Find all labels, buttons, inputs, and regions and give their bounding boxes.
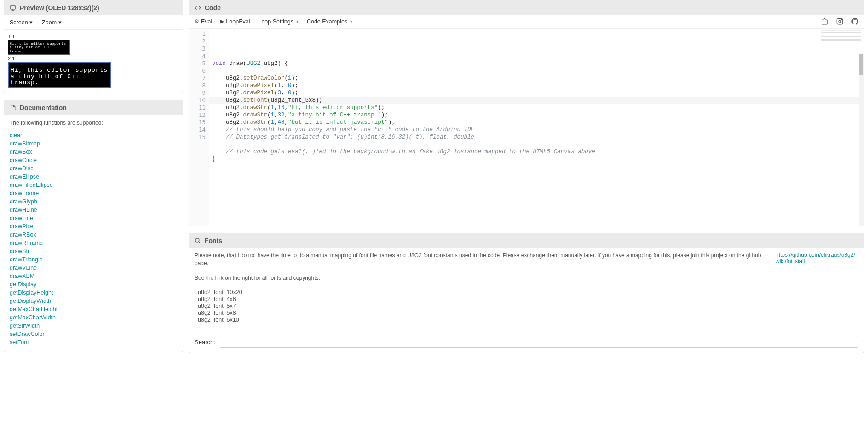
doc-link-drawVLine[interactable]: drawVLine xyxy=(10,265,37,271)
doc-link-setDrawColor[interactable]: setDrawColor xyxy=(10,331,45,337)
code-toolbar: ⚙ Eval ▶ LoopEval Loop Settings ▾ Code E… xyxy=(189,15,864,28)
font-option[interactable]: u8g2_font_5x7 xyxy=(198,303,855,310)
chevron-down-icon: ▾ xyxy=(296,19,299,24)
code-line: u8g2.setFont(u8g2_font_5x8);​ xyxy=(209,97,864,104)
code-header: Code xyxy=(189,0,864,15)
doc-link-clear[interactable]: clear xyxy=(10,132,22,139)
documentation-list: cleardrawBitmapdrawBoxdrawCircledrawDisc… xyxy=(4,129,183,352)
font-option[interactable]: u8g2_font_10x20 xyxy=(198,289,855,296)
doc-link-drawFilledEllipse[interactable]: drawFilledEllipse xyxy=(10,182,53,188)
font-option[interactable]: u8g2_font_5x8 xyxy=(198,310,855,317)
doc-link-getStrWidth[interactable]: getStrWidth xyxy=(10,323,40,329)
font-search-input[interactable] xyxy=(220,336,858,348)
doc-link-drawXBM[interactable]: drawXBM xyxy=(10,273,34,279)
code-area[interactable]: void draw(U8G2 u8g2) { u8g2.setDrawColor… xyxy=(209,29,864,226)
doc-link-getMaxCharHeight[interactable]: getMaxCharHeight xyxy=(10,306,57,312)
oled-preview-1x: Hi, this editor supports a tiny bit of C… xyxy=(8,40,70,55)
documentation-note: The following functions are supported: xyxy=(4,115,183,129)
doc-link-drawTriangle[interactable]: drawTriangle xyxy=(10,256,43,263)
code-line xyxy=(212,52,861,60)
scale-1-label: 1:1 xyxy=(8,34,179,39)
home-icon[interactable] xyxy=(821,18,828,25)
code-line: void draw(U8G2 u8g2) { xyxy=(212,60,861,67)
font-option[interactable]: u8g2_font_6x10 xyxy=(198,317,855,324)
doc-link-setFont[interactable]: setFont xyxy=(10,339,29,346)
svg-point-4 xyxy=(839,20,841,23)
chevron-down-icon: ▾ xyxy=(58,19,62,26)
code-line: // this should help you copy and paste t… xyxy=(212,126,861,133)
doc-link-getDisplay[interactable]: getDisplay xyxy=(10,281,36,288)
loop-settings-dropdown[interactable]: Loop Settings ▾ xyxy=(258,18,298,25)
doc-link-drawHLine[interactable]: drawHLine xyxy=(10,207,37,213)
chevron-down-icon: ▾ xyxy=(29,19,33,26)
scale-2-label: 2:1 xyxy=(8,56,179,61)
search-label: Search: xyxy=(195,339,215,346)
code-title: Code xyxy=(205,4,221,12)
code-line: // Datatypes get translated to "var": (u… xyxy=(212,133,861,141)
gears-icon: ⚙ xyxy=(195,18,199,24)
code-line: u8g2.drawStr(1,48,"but it is infact java… xyxy=(212,119,861,126)
doc-link-drawCircle[interactable]: drawCircle xyxy=(10,157,37,163)
doc-link-drawBox[interactable]: drawBox xyxy=(10,149,32,155)
doc-link-drawPixel[interactable]: drawPixel xyxy=(10,223,34,230)
doc-link-drawDisc[interactable]: drawDisc xyxy=(10,165,33,172)
fonts-title: Fonts xyxy=(205,237,222,244)
doc-link-drawRFrame[interactable]: drawRFrame xyxy=(10,240,43,246)
svg-point-5 xyxy=(841,19,842,20)
doc-link-drawGlyph[interactable]: drawGlyph xyxy=(10,198,37,205)
svg-point-6 xyxy=(195,238,199,242)
preview-panel: Preview (OLED 128x32)(2) Screen ▾ Zoom ▾… xyxy=(4,0,183,93)
preview-title: Preview (OLED 128x32)(2) xyxy=(20,4,99,12)
fonts-note-2: See the link on the right for all fonts … xyxy=(195,274,766,282)
fonts-header: Fonts xyxy=(189,233,864,248)
file-icon xyxy=(10,104,16,111)
doc-link-drawEllipse[interactable]: drawEllipse xyxy=(10,173,39,180)
svg-rect-0 xyxy=(10,6,16,9)
code-line: u8g2.drawPixel(1, 0); xyxy=(212,82,861,89)
editor-scrollbar[interactable] xyxy=(859,54,864,226)
code-line: u8g2.drawPixel(3, 0); xyxy=(212,89,861,97)
code-line: u8g2.drawStr(1,32,"a tiny bit of C++ tra… xyxy=(212,111,861,119)
doc-link-getMaxCharWidth[interactable]: getMaxCharWidth xyxy=(10,314,56,321)
documentation-title: Documentation xyxy=(20,104,67,111)
play-icon: ▶ xyxy=(220,18,224,24)
fonts-panel: Fonts Please note, that I do not have th… xyxy=(189,233,864,353)
code-line: } xyxy=(212,156,861,163)
code-line: u8g2.drawStr(1,16,"Hi, this editor suppo… xyxy=(212,104,861,111)
fonts-note-1: Please note, that I do not have the time… xyxy=(195,252,766,268)
code-line: u8g2.setDrawColor(1); xyxy=(212,75,861,82)
monitor-icon xyxy=(10,5,16,11)
preview-header: Preview (OLED 128x32)(2) xyxy=(4,0,183,15)
doc-link-drawLine[interactable]: drawLine xyxy=(10,215,33,221)
doc-link-drawStr[interactable]: drawStr xyxy=(10,248,29,254)
doc-link-drawFrame[interactable]: drawFrame xyxy=(10,190,39,197)
search-icon xyxy=(195,237,201,244)
doc-link-drawBitmap[interactable]: drawBitmap xyxy=(10,140,40,147)
fonts-wiki-link[interactable]: https://github.com/olikraus/u8g2/wiki/fn… xyxy=(776,252,855,265)
code-line xyxy=(212,141,861,148)
screen-dropdown[interactable]: Screen ▾ xyxy=(10,19,33,26)
github-icon[interactable] xyxy=(851,18,858,25)
code-editor[interactable]: 123456789101112131415 void draw(U8G2 u8g… xyxy=(189,28,864,226)
code-line: // this code gets eval(..)'ed in the bac… xyxy=(212,148,861,156)
font-option[interactable]: u8g2_font_4x6 xyxy=(198,296,855,303)
svg-line-7 xyxy=(199,242,201,243)
font-listbox[interactable]: u8g2_font_10x20u8g2_font_4x6u8g2_font_5x… xyxy=(195,288,858,327)
documentation-panel: Documentation The following functions ar… xyxy=(4,100,183,352)
line-gutter: 123456789101112131415 xyxy=(189,29,209,226)
doc-link-drawRBox[interactable]: drawRBox xyxy=(10,231,36,238)
eval-button[interactable]: ⚙ Eval xyxy=(195,18,212,25)
minimap[interactable] xyxy=(821,30,861,42)
doc-link-getDisplayWidth[interactable]: getDisplayWidth xyxy=(10,298,51,304)
code-examples-dropdown[interactable]: Code Examples ▾ xyxy=(307,18,352,25)
loopeval-button[interactable]: ▶ LoopEval xyxy=(220,18,250,25)
code-line xyxy=(212,67,861,75)
chevron-down-icon: ▾ xyxy=(350,19,352,24)
documentation-header: Documentation xyxy=(4,100,183,115)
oled-preview-2x: Hi, this editor supports a tiny bit of C… xyxy=(8,62,111,88)
code-panel: Code ⚙ Eval ▶ LoopEval Loop Settings ▾ C… xyxy=(189,0,864,226)
zoom-dropdown[interactable]: Zoom ▾ xyxy=(42,19,61,26)
code-icon xyxy=(195,5,201,11)
doc-link-getDisplayHeight[interactable]: getDisplayHeight xyxy=(10,289,53,296)
instagram-icon[interactable] xyxy=(836,18,843,25)
